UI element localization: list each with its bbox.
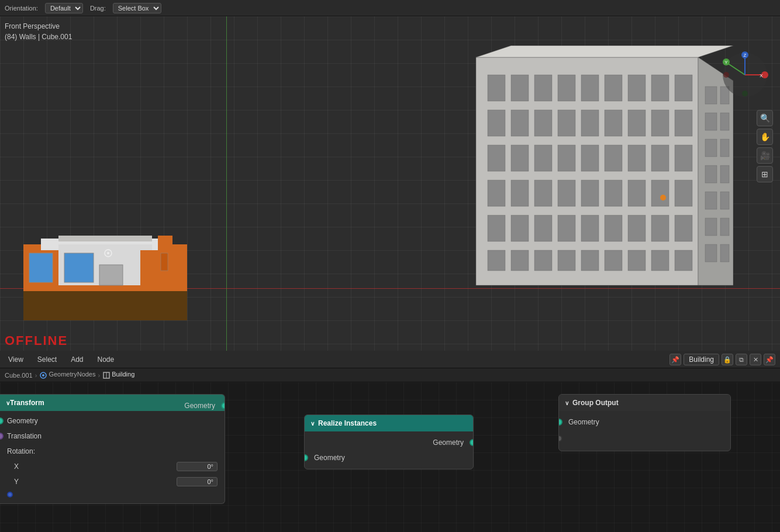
svg-rect-82 [58,236,152,241]
svg-rect-24 [558,145,575,171]
node-group-output[interactable]: ∨ Group Output Geometry [558,394,731,451]
transform-rotation-label: Rotation: [7,447,35,455]
svg-rect-10 [651,75,669,101]
realize-geometry-output-row: Geometry [305,435,473,450]
viewport[interactable]: Front Perspective (84) Walls | Cube.001 [0,16,780,351]
svg-rect-70 [705,244,717,262]
node-menu-view[interactable]: View [5,354,27,365]
node-pin-btn[interactable]: 📌 [669,354,681,365]
svg-rect-51 [558,250,575,271]
svg-rect-68 [705,218,717,236]
group-output-body: Geometry [559,411,730,451]
orientation-dropdown[interactable]: Default [45,3,83,13]
transform-x-value[interactable]: 0° [177,462,218,471]
svg-rect-35 [605,180,622,206]
svg-rect-11 [675,75,692,101]
transform-x-label: X [14,462,26,471]
drag-dropdown[interactable]: Select Box [113,3,161,13]
transform-translation-socket[interactable] [0,433,4,440]
svg-rect-26 [605,145,622,171]
realize-title: Realize Instances [318,419,377,427]
breadcrumb-geonodes[interactable]: GeometryNodes [39,371,95,379]
camera-tool-btn[interactable]: 🎥 [757,147,773,164]
group-output-geometry-socket[interactable] [558,419,562,426]
svg-rect-47 [675,215,692,241]
node-transform[interactable]: ∨ Transform Geometry Geometry Translatio… [0,394,225,504]
svg-rect-7 [581,75,599,101]
realize-geometry-output-socket[interactable] [470,439,474,446]
search-tool-btn[interactable]: 🔍 [757,110,773,126]
svg-rect-31 [511,180,529,206]
transform-geometry-input-label: Geometry [7,417,38,425]
svg-rect-60 [705,113,717,130]
group-output-title: Group Output [572,399,619,407]
svg-rect-33 [558,180,575,206]
top-bar: Orientation: Default Drag: Select Box [0,0,780,16]
transform-geometry-output-label: Geometry [184,402,215,410]
building-large [464,46,733,297]
svg-rect-76 [29,253,53,282]
node-menu-add[interactable]: Add [67,354,87,365]
svg-rect-25 [581,145,599,171]
svg-point-98 [42,374,44,376]
node-realize-instances[interactable]: ∨ Realize Instances Geometry Geometry [304,414,474,469]
svg-rect-43 [581,215,599,241]
svg-rect-19 [651,110,669,136]
node-menu-select[interactable]: Select [34,354,60,365]
transform-geometry-output-row: Geometry [0,398,225,413]
svg-rect-18 [628,110,646,136]
svg-rect-34 [581,180,599,206]
node-close-btn[interactable]: ✕ [750,354,761,365]
node-lock-btn[interactable]: 🔒 [722,354,733,365]
svg-rect-67 [720,192,729,209]
transform-geometry-output-socket[interactable] [221,402,225,409]
grid-tool-btn[interactable]: ⊞ [757,166,773,182]
transform-z-socket[interactable] [7,492,13,498]
svg-rect-53 [605,250,622,271]
svg-rect-6 [558,75,575,101]
svg-rect-81 [140,250,153,285]
transform-y-value[interactable]: 0° [177,477,218,486]
svg-rect-37 [651,180,669,206]
svg-rect-4 [511,75,529,101]
svg-rect-64 [705,165,717,183]
node-pin2-btn[interactable]: 📌 [764,354,775,365]
realize-chevron-icon: ∨ [310,420,315,427]
transform-geometry-input-socket[interactable] [0,417,4,424]
realize-geometry-input-socket[interactable] [304,454,308,461]
svg-point-95 [723,72,729,78]
svg-rect-40 [511,215,529,241]
svg-rect-29 [675,145,692,171]
svg-rect-32 [534,180,552,206]
node-canvas[interactable]: ∨ Transform Geometry Geometry Translatio… [0,382,780,532]
node-copy-btn[interactable]: ⧉ [736,354,747,365]
transform-z-indicator [0,489,225,500]
group-output-geometry-row: Geometry [559,414,730,430]
svg-rect-42 [558,215,575,241]
svg-rect-8 [605,75,622,101]
svg-point-96 [742,91,748,96]
svg-rect-9 [628,75,646,101]
svg-text:Z: Z [744,53,747,58]
transform-translation-row: Translation [0,429,225,444]
node-menu-node[interactable]: Node [94,354,118,365]
svg-rect-54 [628,250,646,271]
svg-rect-71 [720,244,729,262]
breadcrumb-building[interactable]: Building [102,371,134,379]
svg-rect-49 [511,250,529,271]
svg-rect-12 [488,110,505,136]
group-output-chevron-icon: ∨ [565,400,569,406]
svg-rect-21 [488,145,505,171]
svg-rect-78 [99,265,123,285]
transform-translation-label: Translation [7,432,42,440]
svg-rect-3 [488,75,505,101]
transform-x-row: X 0° [0,459,225,474]
group-output-gray-socket[interactable] [558,435,562,442]
svg-rect-58 [705,87,717,104]
transform-geometry-input-row: Geometry [0,413,225,429]
svg-rect-48 [488,250,505,271]
node-editor[interactable]: View Select Add Node 📌 Building 🔒 ⧉ ✕ 📌 … [0,351,780,532]
move-tool-btn[interactable]: ✋ [757,129,773,145]
breadcrumb-cube[interactable]: Cube.001 [5,372,33,379]
realize-geometry-input-row: Geometry [305,450,473,465]
